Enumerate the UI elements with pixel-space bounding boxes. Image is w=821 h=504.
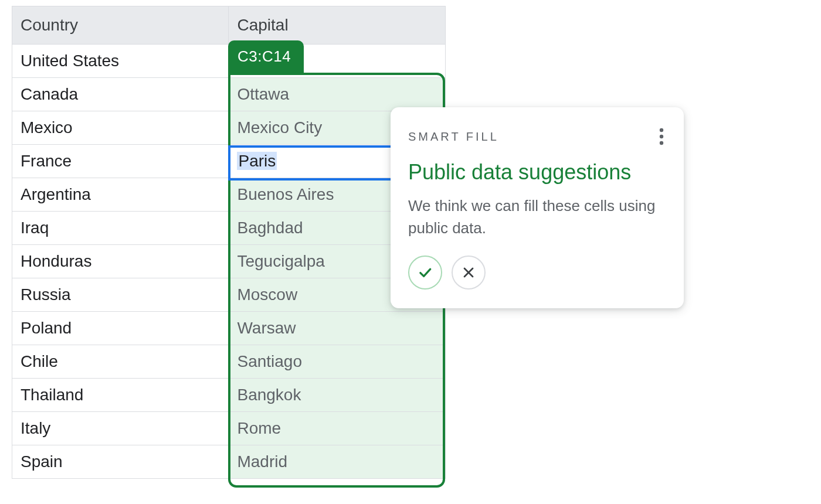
table-row: France Paris [12, 145, 446, 178]
check-icon [417, 264, 433, 281]
cell-capital-suggested[interactable]: Bangkok [229, 379, 446, 412]
cell-country[interactable]: Spain [12, 445, 229, 479]
cell-country[interactable]: Poland [12, 312, 229, 345]
cell-country[interactable]: Mexico [12, 111, 229, 145]
smartfill-label: SMART FILL [408, 130, 499, 144]
table-row: Argentina Buenos Aires [12, 178, 446, 212]
reject-button[interactable] [452, 256, 486, 290]
table-row: Italy Rome [12, 412, 446, 445]
range-badge: C3:C14 [228, 40, 304, 73]
cell-country[interactable]: United States [12, 45, 229, 78]
smartfill-title: Public data suggestions [408, 160, 666, 185]
svg-point-0 [660, 128, 663, 132]
smartfill-description: We think we can fill these cells using p… [408, 195, 666, 239]
table-row: Spain Madrid [12, 445, 446, 479]
table-row: Thailand Bangkok [12, 379, 446, 412]
table-row: Canada Ottawa [12, 78, 446, 111]
cell-capital-suggested[interactable]: Warsaw [229, 312, 446, 345]
cell-country[interactable]: Honduras [12, 245, 229, 278]
column-header-country[interactable]: Country [12, 6, 229, 45]
cell-country[interactable]: Italy [12, 412, 229, 445]
smartfill-actions [408, 256, 666, 290]
table-row: Russia Moscow [12, 278, 446, 312]
cell-capital-suggested[interactable]: Rome [229, 412, 446, 445]
cell-country[interactable]: Iraq [12, 212, 229, 245]
smartfill-header: SMART FILL [408, 125, 666, 148]
close-icon [462, 265, 476, 280]
table-row: Poland Warsaw [12, 312, 446, 345]
cell-country[interactable]: France [12, 145, 229, 178]
cell-country[interactable]: Canada [12, 78, 229, 111]
table-row: Iraq Baghdad [12, 212, 446, 245]
cell-country[interactable]: Thailand [12, 379, 229, 412]
cell-capital-suggested[interactable]: Madrid [229, 445, 446, 479]
cell-capital-suggested[interactable]: Ottawa [229, 78, 446, 111]
table-row: Honduras Tegucigalpa [12, 245, 446, 278]
cell-capital-suggested[interactable]: Santiago [229, 345, 446, 379]
table-body: United States Canada Ottawa Mexico Mexic… [12, 45, 446, 479]
svg-point-2 [660, 141, 663, 145]
cell-country[interactable]: Argentina [12, 178, 229, 212]
accept-button[interactable] [408, 256, 442, 290]
column-header-capital[interactable]: Capital [229, 6, 446, 45]
cell-country[interactable]: Chile [12, 345, 229, 379]
spreadsheet-table: Country Capital United States Canada Ott… [12, 6, 446, 479]
more-vert-icon[interactable] [657, 125, 666, 148]
table-row: Mexico Mexico City [12, 111, 446, 145]
cell-country[interactable]: Russia [12, 278, 229, 312]
table-row: Chile Santiago [12, 345, 446, 379]
smartfill-card: SMART FILL Public data suggestions We th… [391, 107, 684, 308]
svg-point-1 [660, 135, 663, 138]
